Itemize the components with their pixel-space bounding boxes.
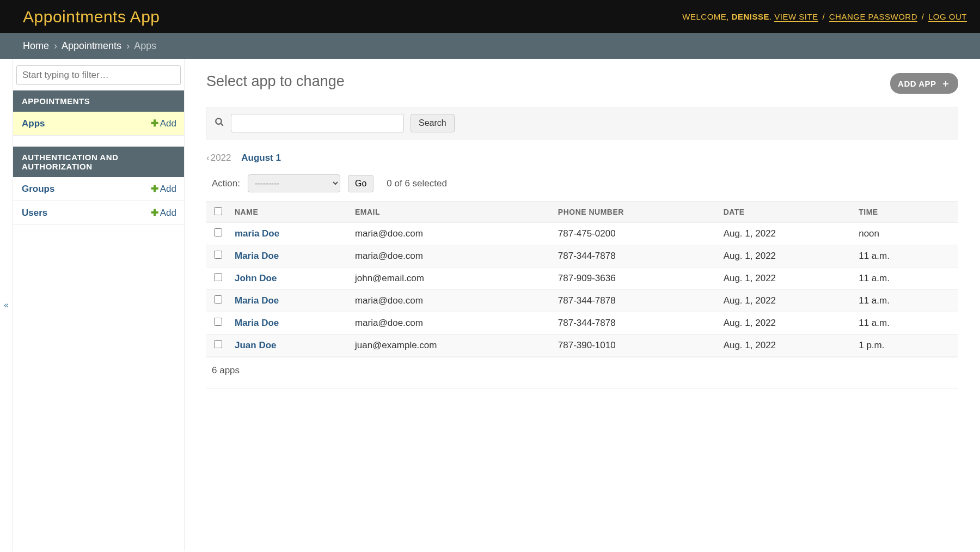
svg-line-1 xyxy=(220,123,223,126)
row-phone: 787-344-7878 xyxy=(553,290,718,312)
add-label: Add xyxy=(160,118,176,129)
row-phone: 787-344-7878 xyxy=(553,312,718,335)
row-phone: 787-344-7878 xyxy=(553,245,718,268)
row-name-link[interactable]: Juan Doe xyxy=(235,340,277,350)
row-name-link[interactable]: Maria Doe xyxy=(235,318,279,328)
sidebar-model-link[interactable]: Users xyxy=(22,208,47,218)
breadcrumb-app[interactable]: Appointments xyxy=(62,40,121,51)
row-date: Aug. 1, 2022 xyxy=(718,312,854,335)
row-time: 1 p.m. xyxy=(853,335,958,357)
sidebar-section-caption: AUTHENTICATION AND AUTHORIZATION xyxy=(13,147,184,177)
collapse-icon: « xyxy=(4,300,9,310)
breadcrumb-home[interactable]: Home xyxy=(23,40,49,51)
column-header-name[interactable]: NAME xyxy=(229,202,350,223)
row-email: maria@doe.com xyxy=(350,290,553,312)
row-checkbox[interactable] xyxy=(214,295,222,304)
sidebar-add-link[interactable]: ✚Add xyxy=(151,118,176,129)
plus-icon: ✚ xyxy=(151,184,158,194)
select-all-checkbox[interactable] xyxy=(214,207,222,215)
username: DENISSE xyxy=(732,12,769,21)
user-tools: WELCOME, DENISSE. VIEW SITE / CHANGE PAS… xyxy=(682,12,967,21)
sidebar-module: AUTHENTICATION AND AUTHORIZATIONGroups✚A… xyxy=(13,147,184,225)
action-select[interactable]: --------- xyxy=(248,174,340,192)
table-row: John Doejohn@email.com787-909-3636Aug. 1… xyxy=(206,268,958,290)
date-hierarchy: ‹2022 August 1 xyxy=(206,153,958,163)
add-app-label: ADD APP xyxy=(898,79,936,88)
row-email: maria@doe.com xyxy=(350,223,553,245)
row-date: Aug. 1, 2022 xyxy=(718,268,854,290)
table-row: maria Doemaria@doe.com787-475-0200Aug. 1… xyxy=(206,223,958,245)
sidebar-add-link[interactable]: ✚Add xyxy=(151,184,176,194)
row-name-link[interactable]: John Doe xyxy=(235,273,277,283)
plus-icon: ＋ xyxy=(941,77,951,90)
add-label: Add xyxy=(160,184,176,194)
row-email: john@email.com xyxy=(350,268,553,290)
column-header-date[interactable]: DATE xyxy=(718,202,854,223)
row-email: maria@doe.com xyxy=(350,245,553,268)
row-time: 11 a.m. xyxy=(853,290,958,312)
row-time: 11 a.m. xyxy=(853,312,958,335)
row-phone: 787-475-0200 xyxy=(553,223,718,245)
row-checkbox[interactable] xyxy=(214,273,222,281)
column-header-email[interactable]: EMAIL xyxy=(350,202,553,223)
change-password-link[interactable]: CHANGE PASSWORD xyxy=(829,12,917,22)
table-row: Maria Doemaria@doe.com787-344-7878Aug. 1… xyxy=(206,312,958,335)
date-hierarchy-current[interactable]: August 1 xyxy=(241,153,281,163)
row-phone: 787-390-1010 xyxy=(553,335,718,357)
sidebar-add-link[interactable]: ✚Add xyxy=(151,208,176,218)
search-button[interactable]: Search xyxy=(411,114,455,132)
row-name-link[interactable]: Maria Doe xyxy=(235,251,279,261)
header: Appointments App WELCOME, DENISSE. VIEW … xyxy=(0,0,980,33)
sidebar-model-row: Users✚Add xyxy=(13,201,184,225)
sidebar-model-link[interactable]: Apps xyxy=(22,118,45,129)
sidebar-module: APPOINTMENTSApps✚Add xyxy=(13,90,184,136)
table-row: Maria Doemaria@doe.com787-344-7878Aug. 1… xyxy=(206,245,958,268)
nav-filter xyxy=(16,65,181,85)
sidebar-model-row: Groups✚Add xyxy=(13,177,184,201)
plus-icon: ✚ xyxy=(151,118,158,129)
row-name-link[interactable]: Maria Doe xyxy=(235,295,279,306)
logout-link[interactable]: LOG OUT xyxy=(928,12,967,22)
row-date: Aug. 1, 2022 xyxy=(718,223,854,245)
row-name-link[interactable]: maria Doe xyxy=(235,228,279,239)
row-date: Aug. 1, 2022 xyxy=(718,245,854,268)
view-site-link[interactable]: VIEW SITE xyxy=(774,12,818,22)
search-toolbar: Search xyxy=(206,107,958,139)
site-name[interactable]: Appointments App xyxy=(23,8,160,26)
sidebar-section-caption: APPOINTMENTS xyxy=(13,90,184,112)
column-header-time[interactable]: TIME xyxy=(853,202,958,223)
add-app-button[interactable]: ADD APP ＋ xyxy=(890,73,958,94)
row-checkbox[interactable] xyxy=(214,251,222,259)
page-title: Select app to change xyxy=(206,73,345,90)
row-checkbox[interactable] xyxy=(214,318,222,326)
date-hierarchy-back[interactable]: ‹2022 xyxy=(206,153,231,163)
search-input[interactable] xyxy=(231,114,404,132)
nav-toggle[interactable]: « xyxy=(0,59,13,551)
action-label: Action: xyxy=(212,178,240,189)
search-icon xyxy=(215,117,224,130)
row-checkbox[interactable] xyxy=(214,340,222,348)
content: Select app to change ADD APP ＋ Search ‹2… xyxy=(185,59,980,551)
action-go-button[interactable]: Go xyxy=(348,175,373,192)
paginator: 6 apps xyxy=(206,357,958,389)
actions-bar: Action: --------- Go 0 of 6 selected xyxy=(206,173,958,193)
breadcrumb: Home › Appointments › Apps xyxy=(0,33,980,59)
welcome-text: WELCOME, xyxy=(682,12,729,21)
sidebar-model-link[interactable]: Groups xyxy=(22,184,54,194)
row-phone: 787-909-3636 xyxy=(553,268,718,290)
column-header-phone[interactable]: PHONE NUMBER xyxy=(553,202,718,223)
svg-point-0 xyxy=(216,118,222,124)
row-email: maria@doe.com xyxy=(350,312,553,335)
nav-filter-input[interactable] xyxy=(16,65,181,85)
sidebar-model-row: Apps✚Add xyxy=(13,112,184,136)
row-checkbox[interactable] xyxy=(214,228,222,236)
breadcrumb-current: Apps xyxy=(134,40,156,51)
row-time: 11 a.m. xyxy=(853,268,958,290)
row-email: juan@example.com xyxy=(350,335,553,357)
row-date: Aug. 1, 2022 xyxy=(718,290,854,312)
table-row: Juan Doejuan@example.com787-390-1010Aug.… xyxy=(206,335,958,357)
nav-sidebar: APPOINTMENTSApps✚AddAUTHENTICATION AND A… xyxy=(13,59,185,551)
selection-counter: 0 of 6 selected xyxy=(387,178,447,189)
result-table: NAME EMAIL PHONE NUMBER DATE TIME maria … xyxy=(206,201,958,357)
row-date: Aug. 1, 2022 xyxy=(718,335,854,357)
